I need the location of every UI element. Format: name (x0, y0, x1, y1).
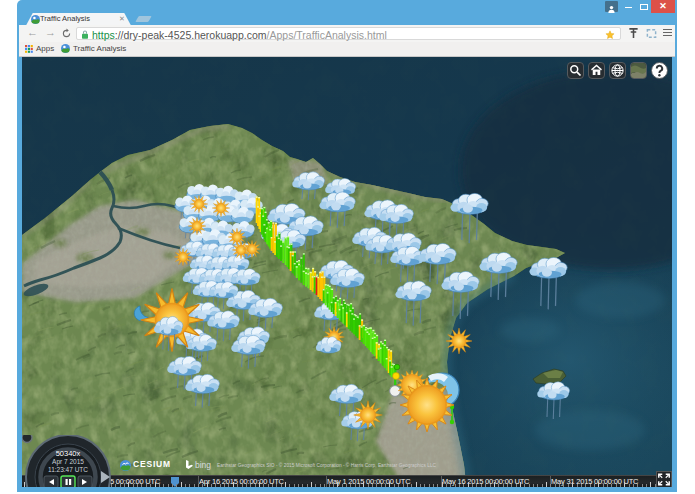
svg-text:11:23:47 UTC: 11:23:47 UTC (48, 466, 88, 473)
svg-text:50340x: 50340x (56, 449, 81, 458)
svg-text:Apr 7 2015: Apr 7 2015 (52, 458, 84, 466)
